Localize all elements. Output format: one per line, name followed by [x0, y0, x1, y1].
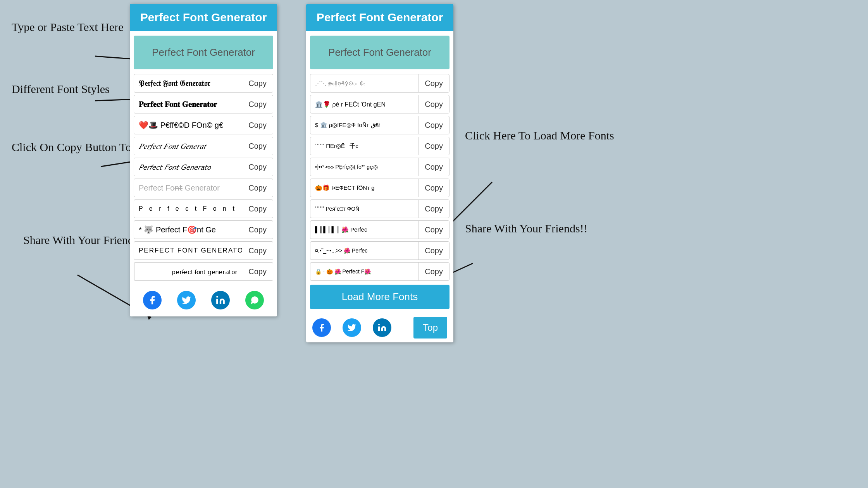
right-font-text-7: ▌║▌║▌║ 🌺 Perfec: [310, 221, 418, 239]
font-text-10: ɹoʇɐɹǝuǝƃ ʇuoɟ ʇɔǝɟɹǝd: [134, 263, 242, 280]
copy-button-1[interactable]: Copy: [242, 75, 273, 92]
copy-button-7[interactable]: Copy: [242, 201, 273, 217]
right-font-text-8: ¤,•˜_~•,..>> 🌺 Perfec: [310, 242, 418, 259]
font-row-10: ɹoʇɐɹǝuǝƃ ʇuoɟ ʇɔǝɟɹǝd Copy: [134, 262, 273, 281]
right-copy-button-1[interactable]: Copy: [418, 96, 449, 113]
copy-button-8[interactable]: Copy: [242, 222, 273, 238]
right-font-text-9: 🔒 · 🎃 🌺 Perfect F🌺: [310, 263, 418, 280]
right-copy-button-4[interactable]: Copy: [418, 159, 449, 175]
right-bottom-bar: Top: [306, 313, 453, 342]
twitter-icon-left[interactable]: [177, 291, 196, 309]
font-row-1: 𝔓𝔢𝔯𝔣𝔢𝔠𝔱 𝔉𝔬𝔫𝔱 𝔊𝔢𝔫𝔢𝔯𝔞𝔱𝔬𝔯 Copy: [134, 74, 273, 93]
font-row-4: 𝑃𝑒𝑟𝑓𝑒𝑐𝑡 𝐹𝑜𝑛𝑡 𝐺𝑒𝑛𝑒𝑟𝑎𝑡 Copy: [134, 137, 273, 155]
font-text-3: ❤️🎩 P€ff€©D FOn© g€: [134, 116, 242, 134]
right-font-text-5: 🎃🎁 ÞEФECT fÔNт g: [310, 179, 418, 197]
right-phone-frame: Perfect Font Generator Perfect Font Gene…: [306, 4, 453, 342]
annotation-share: Share With Your Friends!!: [23, 232, 146, 248]
right-font-text-2: $ 🏛️ ρ◎fFE◎Ф foÑт ق₤ł: [310, 116, 418, 134]
right-font-row-1: 🏛️🌹 ρé r FEČt 'Ont gEN Copy: [310, 95, 450, 113]
right-header: Perfect Font Generator: [306, 4, 453, 31]
annotation-type-paste: Type or Paste Text Here: [12, 19, 124, 35]
font-text-8: * 🐺 Perfect F🎯nt Ge: [134, 221, 242, 239]
left-phone-frame: Perfect Font Generator Perfect Font Gene…: [130, 4, 277, 316]
left-social-bar: [130, 284, 277, 316]
left-header: Perfect Font Generator: [130, 4, 277, 31]
right-font-row-6: ˈˈˈˈˈˈ Реяˈе□т ФОÑ Copy: [310, 199, 450, 218]
right-copy-button-8[interactable]: Copy: [418, 242, 449, 259]
right-copy-button-0[interactable]: Copy: [418, 75, 449, 92]
font-text-6: Perfect Fon̶t̶ Generator: [134, 179, 242, 197]
copy-button-5[interactable]: Copy: [242, 159, 273, 175]
text-input[interactable]: Perfect Font Generator: [134, 36, 273, 69]
font-row-3: ❤️🎩 P€ff€©D FOn© g€ Copy: [134, 116, 273, 134]
copy-button-10[interactable]: Copy: [242, 263, 273, 280]
right-social-group: [312, 318, 391, 337]
right-text-input[interactable]: Perfect Font Generator: [310, 36, 450, 69]
whatsapp-icon-left[interactable]: [245, 291, 264, 309]
right-copy-button-5[interactable]: Copy: [418, 180, 449, 196]
svg-point-13: [378, 324, 380, 325]
right-copy-button-7[interactable]: Copy: [418, 222, 449, 238]
linkedin-icon-right[interactable]: [373, 318, 391, 337]
twitter-icon-right[interactable]: [343, 318, 361, 337]
right-font-text-6: ˈˈˈˈˈˈ Реяˈе□т ФОÑ: [310, 200, 418, 218]
right-font-row-3: ˈˈˈˈˈˈ ΠΕr◎Ē⁻ 千c Copy: [310, 137, 450, 155]
right-font-row-5: 🎃🎁 ÞEФECT fÔNт g Copy: [310, 179, 450, 197]
font-text-2: 𝐏𝐞𝐫𝐟𝐞𝐜𝐭 𝐅𝐨𝐧𝐭 𝐆𝐞𝐧𝐞𝐫𝐚𝐭𝐨𝐫: [134, 95, 242, 113]
right-font-row-7: ▌║▌║▌║ 🌺 Perfec Copy: [310, 220, 450, 239]
font-row-8: * 🐺 Perfect F🎯nt Ge Copy: [134, 220, 273, 239]
load-more-button[interactable]: Load More Fonts: [310, 285, 450, 309]
right-font-text-3: ˈˈˈˈˈˈ ΠΕr◎Ē⁻ 千c: [310, 137, 418, 155]
font-row-7: P e r f e c t F o n t Copy: [134, 199, 273, 218]
right-copy-button-3[interactable]: Copy: [418, 138, 449, 155]
right-font-row-9: 🔒 · 🎃 🌺 Perfect F🌺 Copy: [310, 262, 450, 281]
font-text-4: 𝑃𝑒𝑟𝑓𝑒𝑐𝑡 𝐹𝑜𝑛𝑡 𝐺𝑒𝑛𝑒𝑟𝑎𝑡: [134, 137, 242, 155]
right-font-text-0: ⋰⋱ ᵽ₀ḷḷẹ₰ẏ⊙₀₁ ₵ₜ: [310, 74, 418, 92]
top-button[interactable]: Top: [413, 317, 447, 339]
copy-button-4[interactable]: Copy: [242, 138, 273, 155]
font-row-5: 𝘗𝘦𝘳𝘧𝘦𝘤𝘵 𝘍𝘰𝘯𝘵 𝘎𝘦𝘯𝘦𝘳𝘢𝘵𝘰 Copy: [134, 158, 273, 176]
copy-button-3[interactable]: Copy: [242, 117, 273, 134]
facebook-icon-left[interactable]: [143, 291, 162, 309]
copy-button-6[interactable]: Copy: [242, 180, 273, 196]
right-font-text-4: •]••°·•»» PẸrfẹ◎ţ fo*ᵗ gẹ◎: [310, 158, 418, 176]
right-copy-button-6[interactable]: Copy: [418, 201, 449, 217]
right-copy-button-2[interactable]: Copy: [418, 117, 449, 134]
right-font-row-2: $ 🏛️ ρ◎fFE◎Ф foÑт ق₤ł Copy: [310, 116, 450, 134]
svg-point-12: [216, 296, 218, 297]
annotation-share-right: Share With Your Friends!!: [465, 221, 588, 237]
right-font-text-1: 🏛️🌹 ρé r FEČt 'Ont gEN: [310, 95, 418, 113]
facebook-icon-right[interactable]: [312, 318, 331, 337]
font-text-1: 𝔓𝔢𝔯𝔣𝔢𝔠𝔱 𝔉𝔬𝔫𝔱 𝔊𝔢𝔫𝔢𝔯𝔞𝔱𝔬𝔯: [134, 74, 242, 92]
right-copy-button-9[interactable]: Copy: [418, 263, 449, 280]
right-font-row-8: ¤,•˜_~•,..>> 🌺 Perfec Copy: [310, 241, 450, 260]
copy-button-9[interactable]: Copy: [242, 242, 273, 259]
right-font-row-0: ⋰⋱ ᵽ₀ḷḷẹ₰ẏ⊙₀₁ ₵ₜ Copy: [310, 74, 450, 93]
copy-button-2[interactable]: Copy: [242, 96, 273, 113]
font-row-2: 𝐏𝐞𝐫𝐟𝐞𝐜𝐭 𝐅𝐨𝐧𝐭 𝐆𝐞𝐧𝐞𝐫𝐚𝐭𝐨𝐫 Copy: [134, 95, 273, 113]
font-text-5: 𝘗𝘦𝘳𝘧𝘦𝘤𝘵 𝘍𝘰𝘯𝘵 𝘎𝘦𝘯𝘦𝘳𝘢𝘵𝘰: [134, 158, 242, 176]
font-row-9: PERFECT FONT GENERATOR Copy: [134, 241, 273, 260]
linkedin-icon-left[interactable]: [211, 291, 230, 309]
font-row-6: Perfect Fon̶t̶ Generator Copy: [134, 179, 273, 197]
right-font-row-4: •]••°·•»» PẸrfẹ◎ţ fo*ᵗ gẹ◎ Copy: [310, 158, 450, 176]
annotation-load-more: Click Here To Load More Fonts: [465, 128, 614, 144]
annotation-different-fonts: Different Font Styles: [12, 81, 110, 97]
font-text-9: PERFECT FONT GENERATOR: [134, 242, 242, 259]
font-text-7: P e r f e c t F o n t: [134, 200, 242, 218]
